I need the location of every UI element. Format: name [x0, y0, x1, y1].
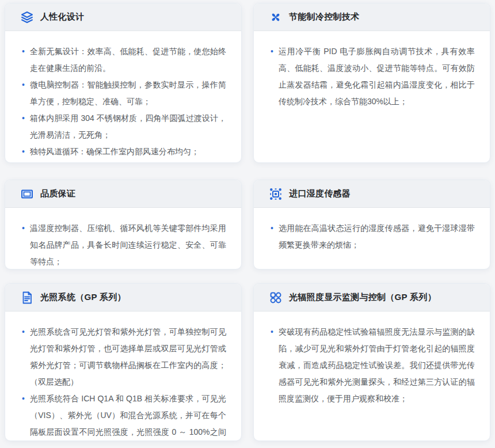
feature-row-3: 光照系统（GP 系列） 光照系统含可见光灯管和紫外光灯管，可单独控制可见光灯管和…: [5, 283, 490, 441]
card-header: 节能制冷控制技术: [254, 3, 490, 31]
bullet-list: 温湿度控制器、压缩机、循环风机等关键零部件均采用知名品牌产品，具备长时间连续运行…: [22, 220, 226, 269]
feature-card-irradiance-monitoring: 光辐照度显示监测与控制（GP 系列） 突破现有药品稳定性试验箱辐照度无法显示与监…: [253, 283, 490, 441]
bullet-list: 选用能在高温状态运行的湿度传感器，避免干湿球湿带频繁更换带来的烦恼；: [271, 220, 475, 253]
feature-card-energy-saving-cooling: 节能制冷控制技术 运用冷平衡 PID 电子膨胀阀自动调节技术，具有效率高、低能耗…: [253, 3, 490, 163]
card-body: 光照系统含可见光灯管和紫外光灯管，可单独控制可见光灯管和紫外灯管，也可选择单层或…: [5, 312, 241, 441]
card-body: 全新无氟设计：效率高、低能耗、促进节能，使您始终走在健康生活的前沿。 微电脑控制…: [5, 31, 241, 163]
sensor-chip-icon: [269, 187, 283, 201]
layers-icon: [20, 10, 34, 24]
card-title: 进口湿度传感器: [289, 188, 351, 199]
frame-icon: [20, 187, 34, 201]
feature-grid-page: 人性化设计 全新无氟设计：效率高、低能耗、促进节能，使您始终走在健康生活的前沿。…: [0, 0, 495, 441]
card-header: 人性化设计: [5, 3, 241, 31]
grid-circles-icon: [269, 291, 283, 305]
feature-row-1: 人性化设计 全新无氟设计：效率高、低能耗、促进节能，使您始终走在健康生活的前沿。…: [5, 3, 490, 163]
card-body: 突破现有药品稳定性试验箱辐照度无法显示与监测的缺陷，减少可见光和紫外灯管由于灯管…: [254, 312, 490, 413]
card-header: 光照系统（GP 系列）: [5, 284, 241, 312]
feature-card-lighting-system: 光照系统（GP 系列） 光照系统含可见光灯管和紫外光灯管，可单独控制可见光灯管和…: [5, 283, 242, 441]
card-header: 光辐照度显示监测与控制（GP 系列）: [254, 284, 490, 312]
bullet-item: 选用能在高温状态运行的湿度传感器，避免干湿球湿带频繁更换带来的烦恼；: [271, 220, 475, 253]
bullet-item: 独特风道循环：确保工作室内部风速分布均匀；: [22, 143, 226, 160]
card-title: 人性化设计: [40, 12, 85, 22]
bullet-list: 全新无氟设计：效率高、低能耗、促进节能，使您始终走在健康生活的前沿。 微电脑控制…: [22, 43, 226, 160]
bullet-item: 运用冷平衡 PID 电子膨胀阀自动调节技术，具有效率高、低能耗、温度波动小、促进…: [271, 43, 475, 110]
feature-row-2: 品质保证 温湿度控制器、压缩机、循环风机等关键零部件均采用知名品牌产品，具备长时…: [5, 180, 490, 269]
bullet-list: 运用冷平衡 PID 电子膨胀阀自动调节技术，具有效率高、低能耗、温度波动小、促进…: [271, 43, 475, 110]
document-icon: [20, 291, 34, 305]
card-title: 光辐照度显示监测与控制（GP 系列）: [289, 292, 436, 303]
feature-card-imported-humidity-sensor: 进口湿度传感器 选用能在高温状态运行的湿度传感器，避免干湿球湿带频繁更换带来的烦…: [253, 180, 490, 269]
bullet-item: 光照系统含可见光灯管和紫外光灯管，可单独控制可见光灯管和紫外灯管，也可选择单层或…: [22, 324, 226, 390]
card-header: 品质保证: [5, 180, 241, 208]
card-body: 温湿度控制器、压缩机、循环风机等关键零部件均采用知名品牌产品，具备长时间连续运行…: [5, 208, 241, 269]
bullet-item: 全新无氟设计：效率高、低能耗、促进节能，使您始终走在健康生活的前沿。: [22, 43, 226, 77]
card-title: 节能制冷控制技术: [289, 12, 359, 22]
card-title: 品质保证: [40, 188, 75, 199]
bullet-item: 微电脑控制器：智能触摸控制，参数实时显示，操作简单方便，控制稳定、准确、可靠；: [22, 77, 226, 110]
card-header: 进口湿度传感器: [254, 180, 490, 208]
card-body: 运用冷平衡 PID 电子膨胀阀自动调节技术，具有效率高、低能耗、温度波动小、促进…: [254, 31, 490, 116]
bullet-list: 光照系统含可见光灯管和紫外光灯管，可单独控制可见光灯管和紫外灯管，也可选择单层或…: [22, 324, 226, 441]
feature-card-humanized-design: 人性化设计 全新无氟设计：效率高、低能耗、促进节能，使您始终走在健康生活的前沿。…: [5, 3, 242, 163]
feature-card-quality-assurance: 品质保证 温湿度控制器、压缩机、循环风机等关键零部件均采用知名品牌产品，具备长时…: [5, 180, 242, 269]
bullet-item: 温湿度控制器、压缩机、循环风机等关键零部件均采用知名品牌产品，具备长时间连续运行…: [22, 220, 226, 269]
bullet-item: 突破现有药品稳定性试验箱辐照度无法显示与监测的缺陷，减少可见光和紫外灯管由于灯管…: [271, 324, 475, 407]
fan-icon: [269, 10, 283, 24]
bullet-list: 突破现有药品稳定性试验箱辐照度无法显示与监测的缺陷，减少可见光和紫外灯管由于灯管…: [271, 324, 475, 407]
card-title: 光照系统（GP 系列）: [40, 292, 126, 303]
bullet-item: 光照系统符合 ICH Q1A 和 Q1B 相关标准要求，可见光（VIS）、紫外光…: [22, 390, 226, 441]
card-body: 选用能在高温状态运行的湿度传感器，避免干湿球湿带频繁更换带来的烦恼；: [254, 208, 490, 259]
bullet-item: 箱体内胆采用 304 不锈钢材质，四角半圆弧过渡设计，光滑易清洁，无死角；: [22, 110, 226, 143]
